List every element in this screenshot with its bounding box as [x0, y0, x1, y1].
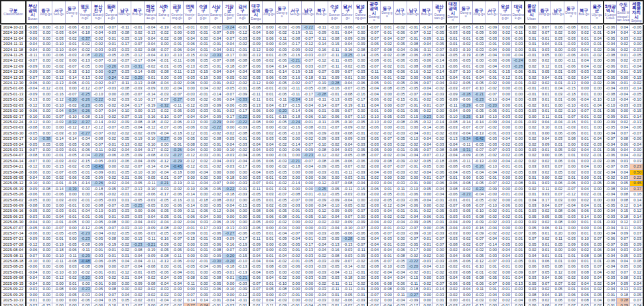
value-cell: -0.04 — [157, 81, 170, 86]
value-cell: -0.01 — [354, 130, 367, 136]
value-cell: -0.13 — [433, 75, 446, 80]
value-cell: -0.02 — [144, 276, 157, 281]
value-cell: 0.00 — [538, 153, 551, 158]
value-cell: -0.13 — [328, 242, 341, 247]
table-row: 2025-06-09-0.080.000.00-0.010.00-0.08-0.… — [1, 203, 643, 209]
value-cell: -0.10 — [289, 130, 302, 136]
value-cell: -0.08 — [249, 70, 263, 75]
value-cell: -0.07 — [315, 53, 328, 58]
value-cell: 0.00 — [39, 264, 52, 270]
value-cell: 0.01 — [381, 186, 394, 191]
value-cell: -0.04 — [485, 170, 499, 175]
value-cell: -0.03 — [354, 136, 367, 142]
value-cell: -0.01 — [144, 297, 157, 303]
value-cell: -0.06 — [26, 248, 39, 253]
value-cell: -0.23 — [302, 153, 315, 158]
value-cell: -0.06 — [275, 58, 289, 64]
value-cell: -0.03 — [446, 214, 460, 219]
value-cell: -0.05 — [407, 86, 420, 91]
value-cell: -0.06 — [604, 158, 617, 164]
value-cell: -0.11 — [328, 58, 341, 64]
value-cell: -0.02 — [105, 103, 118, 108]
value-cell: -0.05 — [459, 164, 472, 170]
value-cell: -0.03 — [393, 242, 407, 247]
value-cell: -0.02 — [236, 81, 249, 86]
value-cell: -0.07 — [249, 287, 263, 292]
value-cell: 0.00 — [39, 130, 52, 136]
value-cell: -0.05 — [604, 125, 617, 130]
value-cell: 0.00 — [511, 242, 525, 247]
value-cell: -0.34 — [459, 136, 472, 142]
value-cell: 0.00 — [617, 75, 630, 80]
value-cell: 0.03 — [617, 36, 630, 41]
table-row: 2025-09-22-0.030.00-0.080.00-0.23-0.050.… — [1, 287, 643, 292]
column-header: 중구Jung-gu — [472, 1, 485, 25]
date-cell: 2024-10-28 — [1, 30, 26, 36]
value-cell: 0.12 — [630, 209, 643, 214]
column-header-en: Jung-gu — [473, 13, 485, 16]
value-cell: -0.01 — [275, 186, 289, 191]
value-cell: 0.00 — [302, 186, 315, 191]
value-cell: -0.04 — [92, 30, 105, 36]
value-cell: -0.07 — [341, 114, 354, 119]
value-cell: 0.06 — [564, 264, 578, 270]
value-cell: -0.01 — [262, 175, 275, 180]
value-cell: -0.06 — [511, 70, 525, 75]
value-cell: -0.04 — [131, 158, 144, 164]
value-cell: 0.04 — [577, 58, 590, 64]
value-cell: -0.02 — [275, 30, 289, 36]
value-cell: -0.02 — [131, 297, 144, 303]
value-cell: -0.04 — [367, 248, 381, 253]
value-cell: -0.02 — [485, 220, 499, 225]
column-header: 수성구Suseong-gu — [328, 1, 341, 25]
value-cell: -0.05 — [26, 30, 39, 36]
value-cell: -0.05 — [223, 86, 236, 91]
date-cell: 2025-10-13 — [1, 297, 26, 303]
value-cell: 0.00 — [262, 164, 275, 170]
value-cell: -0.29 — [210, 119, 223, 125]
value-cell: -0.14 — [92, 119, 105, 125]
value-cell: -0.02 — [459, 42, 472, 47]
value-cell: -0.34 — [289, 97, 302, 103]
value-cell: -0.09 — [302, 287, 315, 292]
value-cell: -0.05 — [354, 119, 367, 125]
value-cell: -0.03 — [367, 192, 381, 197]
value-cell: 0.00 — [551, 47, 564, 52]
date-cell: 2025-06-02 — [1, 197, 26, 203]
value-cell: -0.19 — [157, 25, 170, 30]
value-cell: -0.03 — [341, 192, 354, 197]
value-cell: -0.09 — [407, 220, 420, 225]
value-cell: 0.14 — [196, 297, 210, 303]
value-cell: -0.18 — [223, 192, 236, 197]
value-cell: -0.28 — [459, 91, 472, 97]
value-cell: -0.03 — [236, 181, 249, 186]
value-cell: -0.04 — [249, 170, 263, 175]
value-cell: -0.08 — [131, 248, 144, 253]
value-cell: -0.07 — [341, 109, 354, 114]
value-cell: -0.01 — [604, 292, 617, 297]
value-cell: -0.03 — [433, 259, 446, 264]
value-cell: 0.00 — [551, 103, 564, 108]
value-cell: -0.02 — [564, 75, 578, 80]
value-cell: 0.05 — [551, 147, 564, 152]
value-cell: -0.01 — [407, 164, 420, 170]
value-cell: -0.19 — [196, 70, 210, 75]
value-cell: -0.04 — [485, 53, 499, 58]
value-cell: 0.00 — [511, 125, 525, 130]
value-cell: -0.02 — [157, 292, 170, 297]
column-header: 5개광역시5 Large Cities — [604, 1, 617, 25]
value-cell: 0.02 — [577, 248, 590, 253]
value-cell: -0.03 — [367, 276, 381, 281]
value-cell: 0.00 — [262, 109, 275, 114]
value-cell: -0.09 — [367, 158, 381, 164]
column-header-en: Nam-gu — [302, 13, 314, 16]
value-cell: -0.17 — [407, 248, 420, 253]
value-cell: -0.07 — [289, 197, 302, 203]
value-cell: -0.05 — [275, 209, 289, 214]
value-cell: -0.07 — [407, 30, 420, 36]
value-cell: -0.12 — [236, 30, 249, 36]
value-cell: -0.01 — [525, 86, 538, 91]
value-cell: -0.07 — [485, 147, 499, 152]
value-cell: -0.02 — [511, 158, 525, 164]
value-cell: -0.25 — [459, 114, 472, 119]
